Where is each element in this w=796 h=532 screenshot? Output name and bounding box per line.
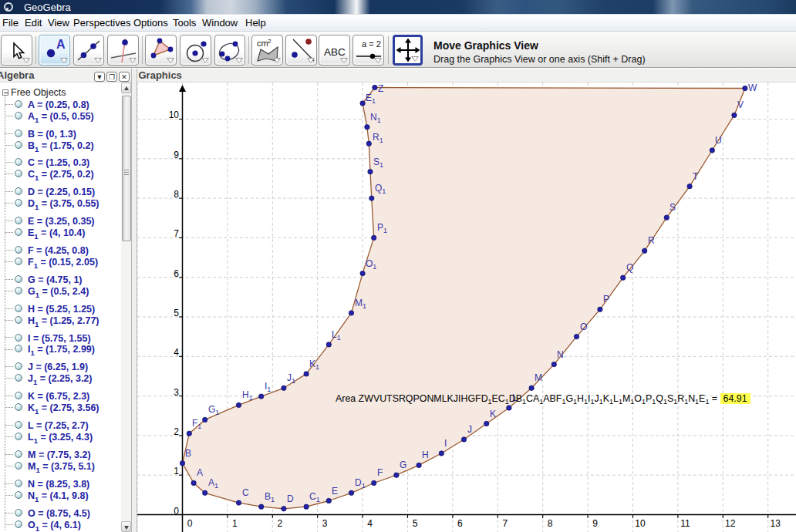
svg-text:2: 2	[277, 518, 282, 529]
svg-text:3: 3	[174, 387, 179, 398]
svg-text:9: 9	[174, 150, 179, 160]
svg-text:5: 5	[174, 308, 179, 318]
svg-text:ABC: ABC	[324, 46, 346, 58]
svg-text:A: A	[56, 38, 66, 51]
svg-text:13: 13	[771, 518, 781, 529]
svg-text:2: 2	[268, 38, 272, 45]
svg-text:cm: cm	[257, 39, 268, 48]
svg-text:4: 4	[174, 347, 179, 358]
svg-text:1: 1	[232, 518, 238, 529]
svg-text:4: 4	[367, 518, 373, 529]
svg-text:11: 11	[680, 518, 690, 529]
svg-text:6: 6	[174, 268, 179, 279]
svg-text:10: 10	[635, 518, 646, 529]
svg-text:3: 3	[322, 518, 328, 529]
svg-text:7: 7	[502, 518, 508, 529]
svg-text:0: 0	[174, 506, 179, 517]
svg-text:8: 8	[548, 518, 553, 529]
svg-text:5: 5	[413, 518, 418, 529]
svg-text:a = 2: a = 2	[362, 39, 381, 49]
svg-text:0: 0	[187, 518, 193, 529]
svg-text:9: 9	[592, 518, 598, 529]
svg-text:7: 7	[174, 228, 179, 239]
svg-text:8: 8	[174, 189, 179, 200]
svg-text:1: 1	[174, 466, 179, 476]
svg-text:10: 10	[169, 109, 180, 120]
svg-text:12: 12	[725, 518, 736, 529]
svg-text:2: 2	[174, 426, 179, 437]
svg-text:6: 6	[457, 518, 463, 529]
